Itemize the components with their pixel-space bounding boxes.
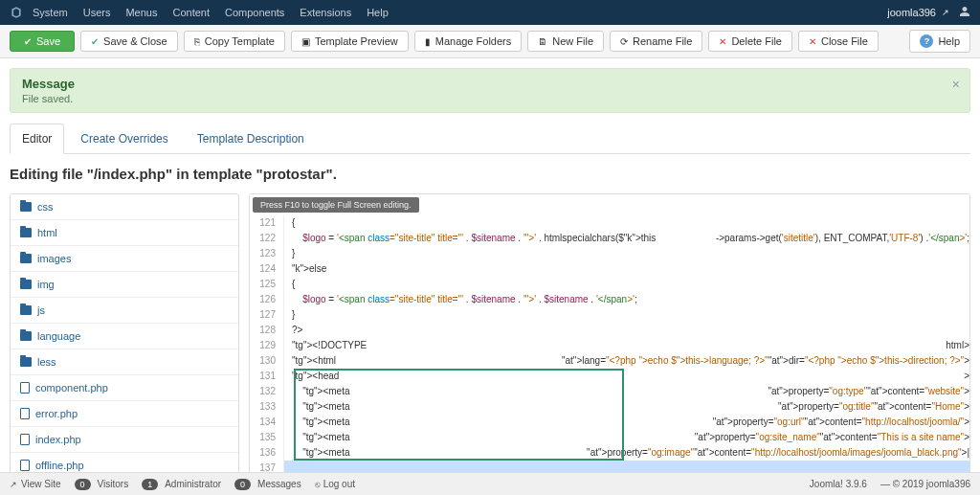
code-line[interactable]: 136 "tg"><meta "at">property="og:image" … bbox=[250, 445, 969, 461]
copy-template-button[interactable]: ⎘Copy Template bbox=[184, 31, 285, 52]
save-label: Save bbox=[36, 35, 60, 47]
alert-close-icon[interactable]: × bbox=[952, 77, 960, 92]
delete-file-button[interactable]: ✕Delete File bbox=[708, 31, 792, 52]
folder-item[interactable]: css bbox=[11, 194, 238, 220]
line-number: 129 bbox=[250, 338, 284, 353]
code-line[interactable]: 126 $logo = '<span class="site-title" ti… bbox=[250, 292, 969, 307]
folder-label: images bbox=[37, 253, 71, 264]
folder-icon bbox=[20, 228, 32, 237]
tab-create-overrides[interactable]: Create Overrides bbox=[68, 124, 180, 154]
file-label: component.php bbox=[35, 382, 108, 394]
topnav-menu-item[interactable]: System bbox=[33, 7, 68, 18]
code-line[interactable]: 122 $logo = '<span class="site-title" ti… bbox=[250, 231, 969, 246]
code-line[interactable]: 123} bbox=[250, 246, 969, 261]
folder-item[interactable]: less bbox=[11, 349, 238, 375]
file-label: index.php bbox=[35, 434, 81, 445]
code-scroll[interactable]: 121{122 $logo = '<span class="site-title… bbox=[250, 215, 969, 495]
manage-folders-button[interactable]: ▮Manage Folders bbox=[414, 31, 523, 52]
logout-icon: ⎋ bbox=[315, 480, 320, 489]
topnav-menu-item[interactable]: Extensions bbox=[300, 7, 351, 18]
line-number: 123 bbox=[250, 246, 284, 261]
status-bar: ↗View Site 0Visitors 1Administrator 0Mes… bbox=[0, 472, 980, 495]
line-text: $logo = '<span class="site-title" title=… bbox=[284, 231, 716, 246]
help-icon: ? bbox=[920, 34, 933, 48]
code-line[interactable]: 133 "tg"><meta "at">property="og:title" … bbox=[250, 399, 969, 415]
success-message: Message File saved. × bbox=[10, 68, 970, 113]
visitors-count: 0 bbox=[75, 479, 91, 490]
folder-item[interactable]: language bbox=[11, 324, 238, 349]
folder-item[interactable]: img bbox=[11, 272, 238, 298]
file-tree: csshtmlimagesimgjslanguagelesscomponent.… bbox=[10, 193, 239, 495]
folder-item[interactable]: images bbox=[11, 246, 238, 272]
code-line[interactable]: 121{ bbox=[250, 215, 969, 231]
close-file-button[interactable]: ✕Close File bbox=[798, 31, 879, 52]
logout-link[interactable]: ⎋Log out bbox=[315, 479, 355, 489]
folder-item[interactable]: js bbox=[11, 298, 238, 324]
line-number: 131 bbox=[250, 369, 284, 384]
code-editor: Press F10 to toggle Full Screen editing.… bbox=[249, 193, 970, 495]
action-toolbar: ✔Save ✔Save & Close ⎘Copy Template ▣Temp… bbox=[0, 25, 980, 58]
code-body[interactable]: 121{122 $logo = '<span class="site-title… bbox=[250, 215, 969, 495]
code-line[interactable]: 124"k">else bbox=[250, 261, 969, 277]
line-text: ?> bbox=[284, 323, 969, 338]
folder-label: img bbox=[37, 279, 55, 290]
file-item[interactable]: error.php bbox=[11, 401, 238, 427]
tab-template-description[interactable]: Template Description bbox=[185, 124, 317, 154]
visitors-indicator[interactable]: 0Visitors bbox=[75, 479, 129, 490]
view-site-link[interactable]: ↗View Site bbox=[10, 479, 61, 489]
code-line[interactable]: 135 "tg"><meta "at">property="og:site_na… bbox=[250, 430, 969, 445]
topnav-menu-item[interactable]: Content bbox=[172, 7, 210, 18]
rename-file-label: Rename File bbox=[633, 35, 692, 47]
file-item[interactable]: index.php bbox=[11, 427, 238, 453]
folder-label: language bbox=[37, 330, 80, 342]
file-label: error.php bbox=[35, 408, 78, 419]
x-icon: ✕ bbox=[809, 36, 816, 47]
topnav-user[interactable]: joomla396 ↗ bbox=[887, 7, 949, 18]
line-text: "k">else bbox=[284, 261, 969, 277]
new-file-button[interactable]: 🗎New File bbox=[527, 31, 604, 52]
save-close-button[interactable]: ✔Save & Close bbox=[80, 31, 178, 52]
save-button[interactable]: ✔Save bbox=[10, 31, 75, 52]
template-preview-button[interactable]: ▣Template Preview bbox=[291, 31, 409, 52]
rename-file-button[interactable]: ⟳Rename File bbox=[610, 31, 702, 52]
alert-title: Message bbox=[22, 77, 958, 91]
topnav-menu-item[interactable]: Users bbox=[83, 7, 111, 18]
code-line[interactable]: 134 "tg"><meta "at">property="og:url" "a… bbox=[250, 415, 969, 430]
line-text: "tg"><meta bbox=[284, 430, 695, 445]
code-line[interactable]: 129"tg"><!DOCTYPE html> bbox=[250, 338, 969, 353]
admin-indicator[interactable]: 1Administrator bbox=[142, 479, 221, 490]
topnav-menu-item[interactable]: Menus bbox=[125, 7, 157, 18]
code-line[interactable]: 131"tg"><head> bbox=[250, 369, 969, 384]
top-navbar: SystemUsersMenusContentComponentsExtensi… bbox=[0, 0, 980, 25]
line-text: } bbox=[284, 307, 969, 323]
folder-item[interactable]: html bbox=[11, 220, 238, 246]
admin-label: Administrator bbox=[165, 479, 221, 489]
refresh-icon: ⟳ bbox=[620, 36, 628, 47]
view-site-label: View Site bbox=[21, 479, 61, 489]
code-line[interactable]: 130"tg"><html "at">lang="<?php ">echo $"… bbox=[250, 353, 969, 369]
check-icon: ✔ bbox=[91, 36, 99, 47]
tab-editor[interactable]: Editor bbox=[10, 124, 64, 154]
alert-body: File saved. bbox=[22, 93, 958, 104]
line-number: 133 bbox=[250, 399, 284, 415]
external-link-icon: ↗ bbox=[942, 8, 949, 17]
code-line[interactable]: 132 "tg"><meta "at">property="og:type" "… bbox=[250, 384, 969, 399]
user-profile-icon[interactable] bbox=[959, 6, 970, 20]
file-item[interactable]: component.php bbox=[11, 375, 238, 401]
line-number: 122 bbox=[250, 231, 284, 246]
line-text: "tg"><head bbox=[284, 369, 964, 384]
manage-folders-label: Manage Folders bbox=[435, 35, 512, 47]
help-button[interactable]: ?Help bbox=[909, 30, 970, 53]
topnav-menu-item[interactable]: Components bbox=[225, 7, 284, 18]
folder-icon bbox=[20, 357, 32, 367]
messages-indicator[interactable]: 0Messages bbox=[234, 479, 301, 490]
code-line[interactable]: 128?> bbox=[250, 323, 969, 338]
code-line[interactable]: 125{ bbox=[250, 277, 969, 292]
external-link-icon: ↗ bbox=[10, 480, 17, 489]
code-line[interactable]: 127} bbox=[250, 307, 969, 323]
line-text: $logo = '<span class="site-title" title=… bbox=[284, 292, 969, 307]
topnav-menu-item[interactable]: Help bbox=[367, 7, 389, 18]
file-icon bbox=[20, 460, 30, 471]
messages-label: Messages bbox=[257, 479, 301, 489]
line-number: 125 bbox=[250, 277, 284, 292]
